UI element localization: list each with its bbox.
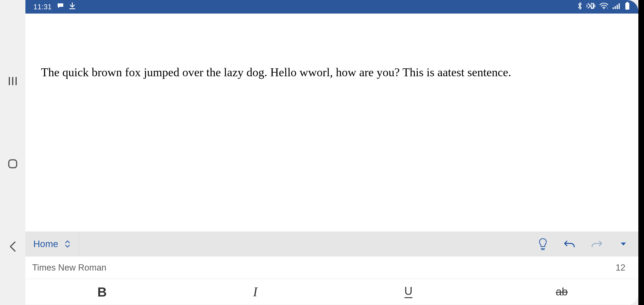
svg-rect-9 xyxy=(613,7,614,9)
ribbon-tab-label: Home xyxy=(33,239,58,249)
font-size-selector[interactable]: 12 xyxy=(616,263,625,273)
status-time: 11:31 xyxy=(33,3,52,11)
svg-rect-10 xyxy=(615,6,616,9)
italic-letter: I xyxy=(253,284,257,299)
strike-letter: ab xyxy=(556,286,568,298)
svg-text:+: + xyxy=(607,7,608,9)
chevron-updown-icon xyxy=(64,240,71,248)
back-icon[interactable] xyxy=(4,238,21,255)
battery-icon xyxy=(625,2,630,12)
strikethrough-button[interactable]: ab xyxy=(485,279,639,305)
dropdown-icon[interactable] xyxy=(610,232,637,256)
italic-button[interactable]: I xyxy=(179,279,332,305)
svg-rect-12 xyxy=(619,3,620,9)
wifi-icon: + xyxy=(599,3,608,11)
svg-text:U: U xyxy=(404,285,413,297)
status-bar: 11:31 + xyxy=(25,0,638,14)
redo-icon xyxy=(583,232,610,256)
bluetooth-icon xyxy=(577,2,582,12)
svg-rect-3 xyxy=(9,160,17,168)
word-app: 11:31 + xyxy=(25,0,638,305)
screen-edge xyxy=(638,0,644,305)
svg-rect-11 xyxy=(617,5,618,9)
svg-point-7 xyxy=(603,8,604,9)
bold-letter: B xyxy=(97,284,107,300)
vibrate-icon xyxy=(586,2,595,12)
home-icon[interactable] xyxy=(4,155,21,172)
document-canvas[interactable]: The quick brown fox jumped over the lazy… xyxy=(25,14,638,232)
bold-button[interactable]: B xyxy=(25,279,179,305)
chat-icon xyxy=(57,3,64,11)
font-name-selector[interactable]: Times New Roman xyxy=(32,263,106,273)
ribbon-header: Home xyxy=(25,232,638,256)
underline-button[interactable]: U xyxy=(332,279,485,305)
ribbon-tab-home[interactable]: Home xyxy=(25,232,79,256)
recent-apps-icon[interactable] xyxy=(4,73,21,90)
signal-icon xyxy=(612,3,621,11)
font-row: Times New Roman 12 xyxy=(25,256,638,279)
format-row: B I U ab xyxy=(25,279,638,305)
system-nav-rail xyxy=(0,0,25,305)
download-icon xyxy=(69,2,75,12)
document-text[interactable]: The quick brown fox jumped over the lazy… xyxy=(41,66,511,79)
lightbulb-icon[interactable] xyxy=(529,232,556,256)
svg-rect-13 xyxy=(626,2,628,3)
underline-icon: U xyxy=(402,285,415,299)
svg-rect-14 xyxy=(625,3,629,10)
undo-icon[interactable] xyxy=(556,232,583,256)
svg-marker-17 xyxy=(621,243,626,245)
